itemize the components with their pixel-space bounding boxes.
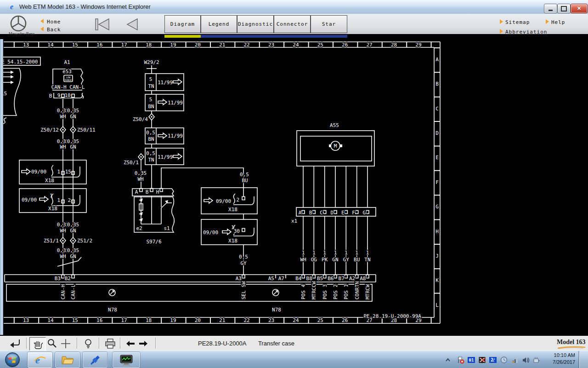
next-diagram-button[interactable] (138, 338, 149, 350)
wire-size-label: 1 (312, 250, 316, 256)
start-button[interactable] (4, 351, 21, 368)
network-signal-icon[interactable] (511, 356, 519, 364)
tab-diagnostic[interactable]: Diagnostic (237, 15, 274, 33)
svg-text:1: 1 (50, 193, 53, 199)
tab-connector[interactable]: Connector (274, 15, 311, 33)
ruler-number-top: 21 (219, 42, 225, 48)
tab-diagnostic-underline (237, 35, 274, 38)
tab-legend[interactable]: Legend (201, 15, 237, 33)
ruler-number-top: 14 (47, 42, 54, 48)
maximize-button[interactable] (557, 4, 571, 13)
ruler-number-top: 25 (317, 42, 323, 48)
ruler-number-top: 23 (268, 42, 274, 48)
tab-star-finder[interactable]: Star Finder (311, 15, 347, 33)
svg-text:GY: GY (240, 260, 247, 266)
tray-2-app-icon[interactable]: 2 (489, 356, 497, 364)
window-title: Web ETM Model 163 - Windows Internet Exp… (19, 3, 151, 10)
ruler-letter: K (435, 277, 439, 283)
svg-text:B3: B3 (55, 276, 61, 282)
z51-2-label: Z51/2 (77, 238, 92, 244)
taskbar-explorer-button[interactable] (55, 352, 80, 368)
spark-plug-icon (89, 354, 102, 367)
z51-1-label: Z51/1 (44, 238, 59, 244)
pan-tool-button-selected[interactable] (29, 337, 46, 351)
tray-x-app-icon[interactable] (478, 356, 486, 364)
ruler-number-bottom: 21 (219, 317, 225, 323)
taskbar-monitor-app-button[interactable] (113, 352, 140, 368)
home-link[interactable]: Home (47, 19, 61, 25)
wire-color-code: WH (300, 257, 306, 263)
abbreviation-bullet-icon (500, 29, 503, 34)
ruler-number-top: 27 (366, 42, 372, 48)
brand-name: Mercedes-Benz (3, 31, 40, 36)
close-button[interactable]: ✕ (571, 4, 588, 13)
previous-diagram-button[interactable] (125, 338, 136, 350)
x18-splice-box-3: 09/00 2 X18 (201, 188, 257, 219)
tray-time: 10:10 AM (545, 352, 575, 359)
document-reference: PE28.19-U-2000A Transfer case (198, 340, 305, 347)
tray-01-app-icon[interactable]: 01 (467, 356, 475, 364)
n78-pin-label: A2 (349, 276, 355, 282)
zoom-in-button[interactable] (60, 338, 72, 350)
svg-text:1: 1 (57, 197, 60, 203)
ruler-letter: J (435, 253, 439, 259)
help-link[interactable]: Help (551, 19, 565, 25)
tab-diagram[interactable]: Diagram (164, 15, 201, 33)
can-wire-labels: 0,35 0,35 WH GN Z50/12 Z50/11 0,35 0,35 … (40, 108, 96, 259)
show-desktop-button[interactable] (579, 351, 588, 368)
svg-text:GN: GN (70, 228, 76, 234)
wire-color-code: BU (354, 257, 360, 263)
ruler-number-top: 24 (293, 42, 299, 48)
shield-icon (109, 289, 115, 296)
svg-text:30: 30 (234, 228, 240, 234)
svg-text:SEL SW: SEL SW (241, 281, 247, 299)
svg-text:A3: A3 (236, 276, 242, 282)
svg-text:5: 5 (149, 97, 153, 103)
z50-4-label: Z50/4 (133, 116, 148, 122)
first-page-arrow-button[interactable] (92, 17, 112, 31)
svg-text:09/00: 09/00 (31, 169, 46, 175)
svg-text:01: 01 (469, 358, 474, 362)
svg-text:X18: X18 (45, 178, 54, 184)
wire-color-code: GN (332, 257, 338, 263)
n78-left-signals: CAN-HCAN-L (60, 284, 76, 299)
tray-clock-icon[interactable] (500, 356, 508, 364)
s97-pins: ABH (135, 189, 159, 195)
show-hidden-icons-button[interactable] (444, 356, 452, 364)
sitemap-bullet-icon (500, 19, 503, 24)
zoom-tool-button[interactable] (46, 338, 58, 350)
svg-text:2: 2 (236, 197, 239, 203)
model-badge: Model 163 (557, 339, 586, 349)
taskbar-sparkplug-app-button[interactable] (83, 352, 107, 368)
svg-text:15: 15 (65, 169, 71, 175)
svg-text:5: 5 (149, 76, 153, 82)
ruler-number-bottom: 24 (293, 317, 299, 323)
sitemap-link[interactable]: Sitemap (505, 19, 530, 25)
taskbar-ie-button[interactable]: e (28, 352, 52, 368)
print-button[interactable] (104, 338, 117, 350)
desktop: e Web ETM Model 163 - Windows Internet E… (0, 0, 588, 368)
action-center-flag-icon[interactable] (457, 356, 465, 364)
e53-label: e53 (62, 69, 72, 75)
x18-splice-box-1: 09/00 1 15 X18 (19, 160, 86, 184)
minimize-button[interactable] (544, 4, 557, 13)
volume-icon[interactable] (521, 356, 530, 364)
n78-signal: CAN-H (60, 284, 66, 299)
tab-legend-underline (201, 35, 237, 38)
back-link[interactable]: Back (47, 27, 61, 33)
previous-page-arrow-button[interactable] (122, 17, 141, 31)
a55-label: A55 (330, 122, 339, 128)
svg-text:09/00: 09/00 (203, 230, 218, 236)
x1-label: x1 (291, 218, 297, 224)
gray-wire-run: 0,5 GY (239, 245, 248, 275)
safely-remove-hardware-icon[interactable] (532, 356, 541, 364)
home-bullet-icon (40, 19, 44, 23)
undo-button[interactable] (8, 338, 23, 350)
highlight-lamp-button[interactable] (83, 338, 94, 350)
wiring-diagram-canvas[interactable]: 1314151617181920212223242526272829 13141… (0, 39, 588, 335)
abbreviation-link[interactable]: Abbreviation (505, 29, 547, 35)
ruler-number-bottom: 23 (268, 317, 274, 323)
n78-signal: POS 4 (300, 284, 306, 299)
clock-tray[interactable]: 10:10 AM 7/26/2017 (545, 352, 575, 368)
svg-text:11/99: 11/99 (168, 133, 183, 139)
